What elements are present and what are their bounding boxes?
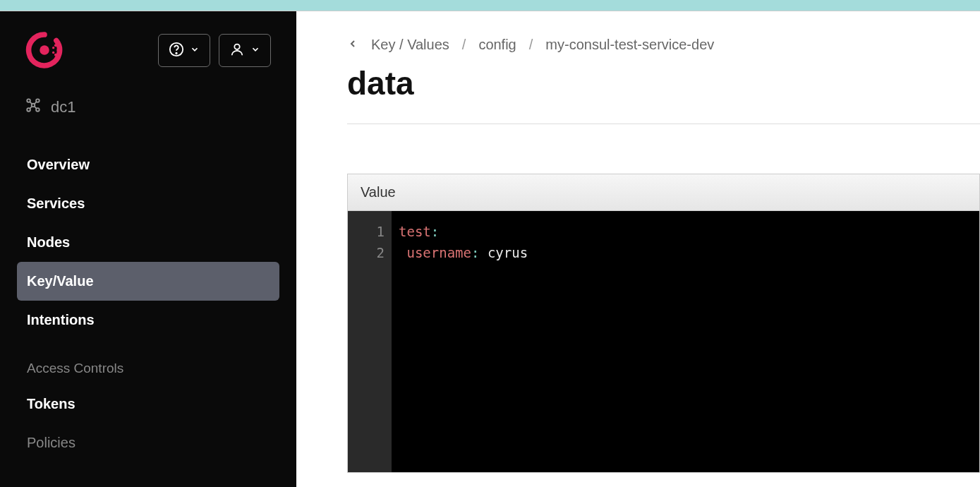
nav-main: Overview Services Nodes Key/Value Intent… bbox=[17, 145, 279, 462]
mesh-icon bbox=[25, 97, 41, 117]
chevron-down-icon bbox=[250, 44, 260, 56]
user-menu-button[interactable] bbox=[219, 34, 271, 67]
datacenter-selector[interactable]: dc1 bbox=[17, 97, 279, 117]
svg-point-4 bbox=[52, 47, 54, 49]
chevron-down-icon bbox=[190, 44, 200, 56]
nav-item-intentions[interactable]: Intentions bbox=[17, 301, 279, 339]
breadcrumb-root[interactable]: Key / Values bbox=[371, 37, 449, 53]
svg-point-0 bbox=[40, 45, 49, 55]
svg-point-2 bbox=[56, 49, 59, 52]
window-top-bar bbox=[0, 0, 980, 11]
svg-point-10 bbox=[36, 99, 40, 102]
svg-point-7 bbox=[176, 52, 176, 53]
nav-item-tokens[interactable]: Tokens bbox=[17, 385, 279, 423]
nav-item-services[interactable]: Services bbox=[17, 184, 279, 223]
editor-gutter: 12 bbox=[348, 211, 392, 472]
title-divider bbox=[347, 124, 980, 124]
breadcrumb: Key / Values / config / my-consul-test-s… bbox=[347, 37, 980, 53]
svg-point-1 bbox=[54, 44, 57, 47]
breadcrumb-separator: / bbox=[529, 37, 533, 53]
nav-item-key-value[interactable]: Key/Value bbox=[17, 262, 279, 301]
help-menu-button[interactable] bbox=[158, 34, 210, 67]
sidebar-header bbox=[17, 31, 279, 69]
breadcrumb-back-icon[interactable] bbox=[347, 37, 358, 53]
value-panel-header: Value bbox=[348, 174, 979, 211]
svg-point-5 bbox=[52, 52, 54, 54]
sidebar: dc1 Overview Services Nodes Key/Value In… bbox=[0, 11, 296, 487]
nav-item-policies[interactable]: Policies bbox=[17, 423, 279, 462]
svg-point-12 bbox=[36, 108, 40, 112]
nav-item-overview[interactable]: Overview bbox=[17, 145, 279, 184]
breadcrumb-config[interactable]: config bbox=[478, 37, 516, 53]
svg-point-9 bbox=[27, 99, 30, 102]
nav-item-nodes[interactable]: Nodes bbox=[17, 223, 279, 262]
code-editor[interactable]: 12 test: username: cyrus bbox=[348, 211, 979, 472]
svg-point-13 bbox=[32, 104, 35, 107]
editor-code[interactable]: test: username: cyrus bbox=[392, 211, 535, 472]
consul-logo[interactable] bbox=[25, 31, 63, 69]
datacenter-name: dc1 bbox=[51, 98, 75, 116]
nav-section-access-controls: Access Controls bbox=[17, 339, 279, 385]
value-panel: Value 12 test: username: cyrus bbox=[347, 174, 980, 473]
breadcrumb-separator: / bbox=[462, 37, 466, 53]
page-title: data bbox=[347, 64, 980, 102]
svg-point-3 bbox=[54, 54, 57, 56]
main-content: Key / Values / config / my-consul-test-s… bbox=[296, 11, 980, 487]
user-icon bbox=[229, 42, 245, 59]
breadcrumb-service[interactable]: my-consul-test-service-dev bbox=[545, 37, 714, 53]
svg-point-11 bbox=[27, 108, 30, 112]
svg-point-8 bbox=[234, 44, 239, 49]
help-icon bbox=[169, 42, 184, 59]
